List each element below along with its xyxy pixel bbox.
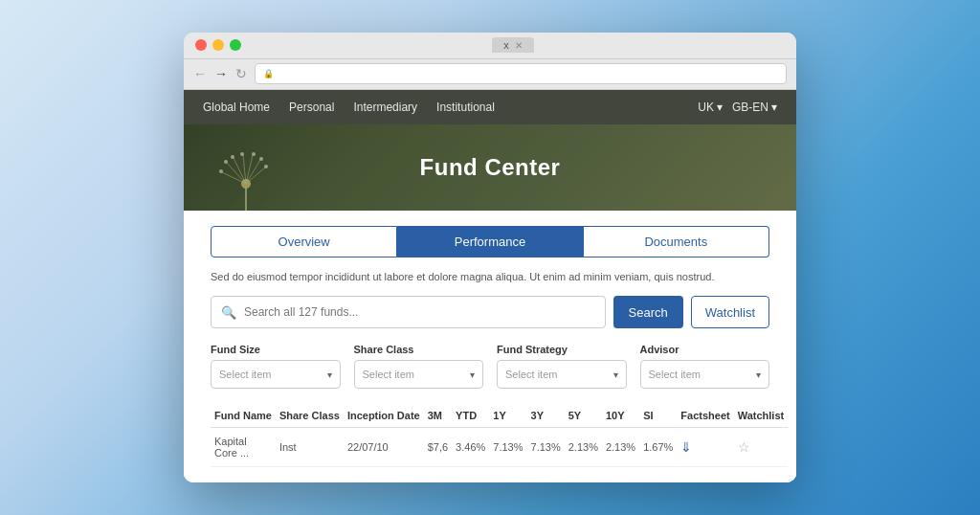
fund-strategy-chevron-icon: ▾ bbox=[613, 369, 618, 380]
advisor-select[interactable]: Select item ▾ bbox=[640, 360, 770, 389]
cell-3y: 7.13% bbox=[527, 428, 565, 467]
table-header-row: Fund Name Share Class Inception Date 3M … bbox=[211, 404, 788, 428]
share-class-select[interactable]: Select item ▾ bbox=[354, 360, 484, 389]
col-5y: 5Y bbox=[565, 404, 602, 428]
tab-performance[interactable]: Performance bbox=[397, 226, 583, 258]
language-selector[interactable]: GB-EN ▾ bbox=[732, 101, 777, 114]
tab-documents[interactable]: Documents bbox=[584, 226, 769, 258]
fund-size-chevron-icon: ▾ bbox=[327, 369, 332, 380]
fund-size-filter: Fund Size Select item ▾ bbox=[211, 344, 341, 389]
search-bar: 🔍 Search Watchlist bbox=[211, 296, 769, 328]
description-text: Sed do eiusmod tempor incididunt ut labo… bbox=[211, 269, 769, 285]
region-selector[interactable]: UK ▾ bbox=[698, 101, 723, 114]
download-icon[interactable]: ⇓ bbox=[680, 439, 692, 455]
svg-point-7 bbox=[240, 152, 244, 156]
cell-1y: 7.13% bbox=[489, 428, 526, 467]
browser-tab[interactable]: x ✕ bbox=[492, 37, 534, 53]
col-inception-date: Inception Date bbox=[344, 404, 424, 428]
cell-watchlist-star[interactable]: ☆ bbox=[734, 428, 789, 467]
cell-fund-name: Kapital Core ... bbox=[211, 428, 276, 467]
search-input-wrapper[interactable]: 🔍 bbox=[211, 296, 606, 328]
addressbar: ← → ↻ 🔒 bbox=[184, 59, 796, 90]
tab-area: x ✕ bbox=[241, 37, 785, 53]
fund-size-value: Select item bbox=[219, 369, 271, 380]
cell-si: 1.67% bbox=[639, 428, 677, 467]
fund-strategy-label: Fund Strategy bbox=[497, 344, 627, 355]
col-10y: 10Y bbox=[602, 404, 639, 428]
col-fund-name: Fund Name bbox=[211, 404, 276, 428]
svg-point-5 bbox=[231, 155, 234, 159]
cell-inception-date: 22/07/10 bbox=[344, 428, 424, 467]
table-row: Kapital Core ... Inst 22/07/10 $7,6 3.46… bbox=[211, 428, 788, 467]
fund-strategy-value: Select item bbox=[505, 369, 557, 380]
hero-banner: Fund Center bbox=[184, 124, 796, 211]
tab-overview[interactable]: Overview bbox=[211, 226, 397, 258]
nav-right: UK ▾ GB-EN ▾ bbox=[698, 101, 777, 114]
col-watchlist: Watchlist bbox=[734, 404, 789, 428]
advisor-chevron-icon: ▾ bbox=[756, 369, 761, 380]
traffic-lights bbox=[195, 39, 241, 51]
refresh-button[interactable]: ↻ bbox=[235, 66, 247, 81]
region-label: UK bbox=[698, 101, 714, 114]
fund-strategy-select[interactable]: Select item ▾ bbox=[497, 360, 627, 389]
titlebar: x ✕ bbox=[184, 33, 796, 59]
nav-personal[interactable]: Personal bbox=[289, 101, 334, 114]
col-1y: 1Y bbox=[489, 404, 526, 428]
share-class-label: Share Class bbox=[354, 344, 484, 355]
fund-strategy-filter: Fund Strategy Select item ▾ bbox=[497, 344, 627, 389]
cell-ytd: 3.46% bbox=[452, 428, 489, 467]
browser-window: x ✕ ← → ↻ 🔒 Global Home Personal Interme… bbox=[184, 33, 796, 483]
back-button[interactable]: ← bbox=[193, 66, 207, 81]
content-tabs: Overview Performance Documents bbox=[211, 226, 769, 258]
svg-line-10 bbox=[246, 160, 260, 184]
close-button[interactable] bbox=[195, 39, 207, 51]
cell-3m: $7,6 bbox=[424, 428, 452, 467]
col-share-class: Share Class bbox=[276, 404, 344, 428]
nav-institutional[interactable]: Institutional bbox=[436, 101, 495, 114]
cell-share-class: Inst bbox=[276, 428, 344, 467]
tab-label: x bbox=[503, 39, 509, 51]
svg-point-11 bbox=[259, 157, 263, 161]
maximize-button[interactable] bbox=[230, 39, 241, 51]
hero-title: Fund Center bbox=[420, 154, 561, 181]
main-content: Overview Performance Documents Sed do ei… bbox=[184, 211, 796, 483]
col-3m: 3M bbox=[424, 404, 452, 428]
cell-factsheet[interactable]: ⇓ bbox=[677, 428, 733, 467]
website-content: Global Home Personal Intermediary Instit… bbox=[184, 90, 796, 483]
forward-button[interactable]: → bbox=[214, 66, 228, 81]
fund-table: Fund Name Share Class Inception Date 3M … bbox=[211, 404, 788, 467]
svg-point-9 bbox=[252, 152, 256, 156]
nav-intermediary[interactable]: Intermediary bbox=[353, 101, 417, 114]
share-class-chevron-icon: ▾ bbox=[470, 369, 475, 380]
advisor-value: Select item bbox=[649, 369, 701, 380]
search-icon: 🔍 bbox=[221, 305, 236, 320]
nav-global-home[interactable]: Global Home bbox=[203, 101, 270, 114]
filters-row: Fund Size Select item ▾ Share Class Sele… bbox=[211, 344, 769, 389]
share-class-value: Select item bbox=[363, 369, 414, 380]
site-nav: Global Home Personal Intermediary Instit… bbox=[184, 90, 796, 124]
lock-icon: 🔒 bbox=[263, 69, 274, 78]
region-chevron-icon: ▾ bbox=[717, 101, 723, 114]
search-button[interactable]: Search bbox=[613, 296, 683, 328]
share-class-filter: Share Class Select item ▾ bbox=[354, 344, 484, 389]
minimize-button[interactable] bbox=[212, 39, 224, 51]
address-bar[interactable]: 🔒 bbox=[255, 63, 787, 84]
advisor-filter: Advisor Select item ▾ bbox=[640, 344, 770, 389]
fund-size-label: Fund Size bbox=[211, 344, 341, 355]
dandelion-decoration bbox=[212, 134, 279, 211]
svg-line-14 bbox=[222, 172, 246, 184]
language-label: GB-EN bbox=[732, 101, 768, 114]
tab-close-icon[interactable]: ✕ bbox=[515, 40, 523, 51]
fund-size-select[interactable]: Select item ▾ bbox=[211, 360, 341, 389]
col-ytd: YTD bbox=[452, 404, 489, 428]
language-chevron-icon: ▾ bbox=[771, 101, 777, 114]
search-input[interactable] bbox=[244, 305, 595, 319]
col-3y: 3Y bbox=[527, 404, 565, 428]
col-factsheet: Factsheet bbox=[677, 404, 733, 428]
cell-10y: 2.13% bbox=[602, 428, 639, 467]
svg-point-15 bbox=[219, 169, 223, 173]
star-icon[interactable]: ☆ bbox=[738, 439, 750, 455]
nav-links: Global Home Personal Intermediary Instit… bbox=[203, 101, 698, 114]
watchlist-button[interactable]: Watchlist bbox=[691, 296, 769, 328]
svg-line-8 bbox=[246, 155, 253, 184]
